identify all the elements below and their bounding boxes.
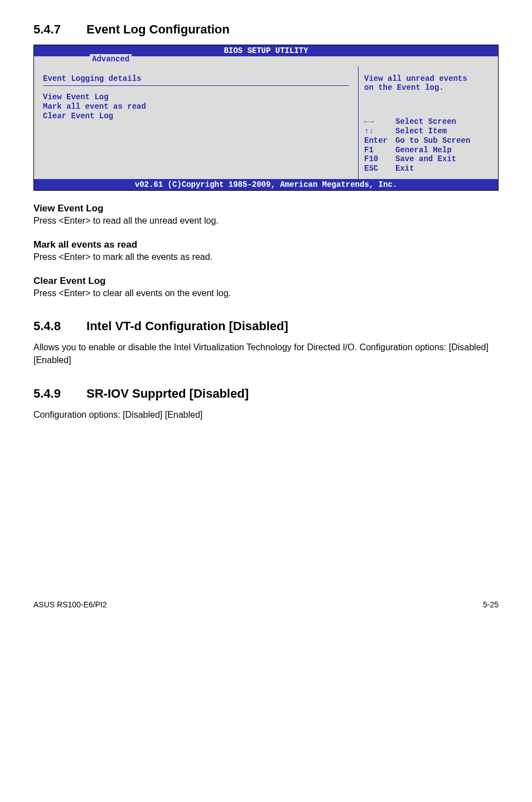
bios-key-label: General Help [395, 146, 452, 155]
bios-menu-item-mark-all[interactable]: Mark all event as read [43, 102, 349, 111]
bios-menu-items: View Event Log Mark all event as read Cl… [43, 93, 349, 120]
clear-event-heading: Clear Event Log [33, 276, 499, 287]
page-footer: ASUS RS100-E6/PI2 5-25 [33, 600, 499, 609]
bios-key-row: F10 Save and Exit [364, 154, 492, 164]
bios-left-title: Event Logging details [43, 74, 349, 86]
bios-help-line1: View all unread events [364, 74, 492, 83]
bios-key-row: Enter Go to Sub Screen [364, 136, 492, 146]
bios-help-text: View all unread events on the Event log. [364, 74, 492, 92]
bios-key-esc: ESC [364, 164, 395, 173]
section-549-text: Configuration options: [Disabled] [Enabl… [33, 409, 499, 421]
bios-right-pane: View all unread events on the Event log.… [359, 66, 498, 179]
section-547-title: Event Log Configuration [86, 22, 230, 36]
section-548-title: Intel VT-d Configuration [Disabled] [86, 319, 288, 333]
bios-key-row: ←→ Select Screen [364, 117, 492, 127]
bios-key-row: ESC Exit [364, 164, 492, 173]
bios-help-line2: on the Event log. [364, 83, 492, 92]
section-547-number: 5.4.7 [33, 22, 61, 36]
section-548-number: 5.4.8 [33, 319, 61, 333]
section-549-heading: 5.4.9 SR-IOV Supprted [Disabled] [33, 386, 499, 401]
bios-key-enter: Enter [364, 136, 395, 146]
section-547-heading: 5.4.7 Event Log Configuration [33, 22, 499, 37]
bios-left-pane: Event Logging details View Event Log Mar… [34, 66, 359, 179]
mark-all-text: Press <Enter> to mark all the events as … [33, 252, 499, 263]
bios-footer: v02.61 (C)Copyright 1985-2009, American … [34, 179, 498, 190]
section-549-number: 5.4.9 [33, 386, 61, 400]
bios-key-label: Save and Exit [395, 154, 456, 164]
arrows-lr-icon: ←→ [364, 117, 395, 127]
bios-menu-item-clear-event-log[interactable]: Clear Event Log [43, 112, 349, 120]
bios-body: Event Logging details View Event Log Mar… [34, 56, 498, 179]
arrows-ud-icon: ↑↓ [364, 127, 395, 136]
bios-menu-item-view-event-log[interactable]: View Event Log [43, 93, 349, 102]
page-content: 5.4.7 Event Log Configuration BIOS SETUP… [0, 0, 532, 631]
bios-key-legend: ←→ Select Screen ↑↓ Select Item Enter Go… [364, 117, 492, 173]
bios-key-label: Exit [395, 164, 414, 173]
bios-title-bar: BIOS SETUP UTILITY Advanced [34, 45, 498, 56]
footer-right: 5-25 [483, 600, 499, 609]
view-event-log-text: Press <Enter> to read all the unread eve… [33, 215, 499, 227]
bios-key-label: Select Screen [395, 117, 456, 127]
bios-key-f1: F1 [364, 146, 395, 155]
bios-key-label: Select Item [395, 127, 447, 136]
bios-key-f10: F10 [364, 154, 395, 164]
bios-setup-window: BIOS SETUP UTILITY Advanced Event Loggin… [33, 45, 499, 191]
view-event-log-heading: View Event Log [33, 203, 499, 214]
footer-left: ASUS RS100-E6/PI2 [33, 600, 107, 609]
section-549-title: SR-IOV Supprted [Disabled] [86, 386, 249, 400]
bios-key-row: F1 General Help [364, 146, 492, 155]
mark-all-heading: Mark all events as read [33, 239, 499, 250]
section-548-heading: 5.4.8 Intel VT-d Configuration [Disabled… [33, 319, 499, 334]
section-548-text: Allows you to enable or disable the Inte… [33, 341, 499, 366]
bios-title: BIOS SETUP UTILITY [224, 46, 308, 55]
bios-key-label: Go to Sub Screen [395, 136, 470, 146]
bios-tab-advanced[interactable]: Advanced [90, 54, 132, 64]
clear-event-text: Press <Enter> to clear all events on the… [33, 288, 499, 299]
bios-key-row: ↑↓ Select Item [364, 127, 492, 136]
